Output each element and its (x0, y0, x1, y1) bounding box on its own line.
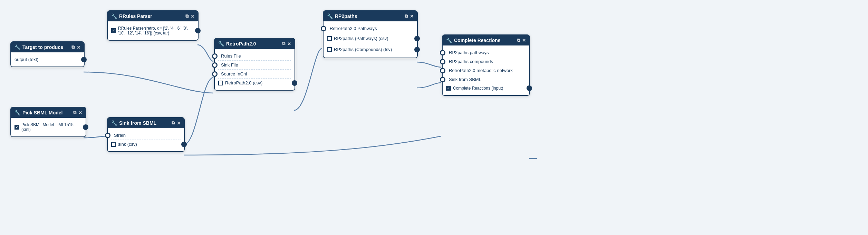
close-button-5[interactable]: ✕ (287, 41, 291, 47)
cr-rp2paths-compounds-label: RP2paths compounds (449, 59, 493, 64)
wrench-icon-5: 🔧 (218, 41, 224, 47)
rules-file-row: Rules File (218, 52, 291, 61)
complete-reactions-title: Complete Reactions (454, 38, 501, 43)
cr-rp2paths-pathways-in-port[interactable] (440, 50, 445, 55)
retropath-out-port[interactable] (292, 80, 297, 86)
pick-sbml-model-node: 🔧 Pick SBML Model ⧉ ✕ Pick SBML Model - … (10, 107, 86, 137)
sink-from-sbml-header: 🔧 Sink from SBML ⧉ ✕ (108, 118, 184, 128)
rp2paths-pathways-out-row: RP2paths (Pathways) (csv) (327, 33, 414, 44)
rrules-parser-node: 🔧 RRules Parser ⧉ ✕ RRules Parser(retro,… (107, 10, 199, 41)
close-button-6[interactable]: ✕ (410, 14, 414, 19)
rp2paths-pathways-checkbox[interactable] (327, 36, 332, 41)
cr-out-port[interactable] (527, 85, 532, 91)
rrules-parser-title: RRules Parser (119, 13, 152, 19)
cr-retropath-metabolic-label: RetroPath2.0 metabolic network (449, 68, 513, 73)
cr-retropath-metabolic-in-port[interactable] (440, 68, 445, 73)
rp2paths-title: RP2paths (335, 13, 357, 19)
sink-from-sbml-in-row: Sink from SBML (446, 75, 526, 84)
target-to-produce-title: Target to produce (22, 44, 63, 50)
complete-reactions-node: 🔧 Complete Reactions ⧉ ✕ RP2paths pathwa… (442, 34, 530, 96)
sink-csv-checkbox[interactable] (111, 142, 116, 147)
pick-sbml-model-header: 🔧 Pick SBML Model ⧉ ✕ (11, 108, 86, 118)
copy-button-4[interactable]: ⧉ (172, 120, 175, 126)
rules-file-in-port[interactable] (212, 53, 218, 59)
rrules-checkbox[interactable] (111, 28, 116, 33)
rrules-parser-body: RRules Parser(retro, d= ['2', '4', '6', … (108, 21, 198, 40)
wrench-icon-2: 🔧 (15, 110, 20, 115)
cr-sink-from-sbml-in-port[interactable] (440, 77, 445, 82)
copy-button-6[interactable]: ⧉ (405, 13, 408, 19)
close-button-4[interactable]: ✕ (177, 121, 181, 126)
sink-file-label: Sink File (221, 62, 238, 68)
strain-row: Strain (111, 131, 181, 140)
sink-csv-out-port[interactable] (181, 142, 187, 147)
rp2paths-pathways-in2-row: RP2paths pathways (446, 48, 526, 57)
target-to-produce-header: 🔧 Target to produce ⧉ ✕ (11, 42, 84, 52)
retropath-body: Rules File Sink File Source InChI RetroP… (215, 49, 295, 90)
workflow-canvas: 🔧 Target to produce ⧉ ✕ output (text) 🔧 … (0, 0, 868, 235)
close-button-7[interactable]: ✕ (522, 38, 526, 43)
rp2paths-compounds-label: RP2paths (Compounds) (tsv) (334, 47, 392, 52)
rp2paths-header: 🔧 RP2paths ⧉ ✕ (324, 11, 417, 21)
complete-reactions-input-row: Complete Reactions (input) (446, 84, 526, 92)
cr-complete-reactions-checkbox[interactable] (446, 86, 451, 91)
output-port[interactable] (81, 57, 87, 62)
retropath-title: RetroPath2.0 (226, 41, 256, 47)
close-button-2[interactable]: ✕ (78, 110, 82, 115)
output-text-row: output (text) (15, 55, 80, 64)
source-inchi-row: Source InChI (218, 70, 291, 79)
copy-button-2[interactable]: ⧉ (73, 110, 76, 115)
sink-from-sbml-body: Strain sink (csv) (108, 128, 184, 151)
rp2paths-pathways-out-port[interactable] (414, 36, 420, 41)
pick-sbml-checkbox[interactable] (15, 125, 19, 130)
wrench-icon-6: 🔧 (327, 13, 333, 19)
cr-rp2paths-compounds-in-port[interactable] (440, 59, 445, 64)
cr-complete-reactions-label: Complete Reactions (input) (453, 86, 503, 91)
target-to-produce-node: 🔧 Target to produce ⧉ ✕ output (text) (10, 41, 85, 67)
close-button[interactable]: ✕ (77, 45, 80, 50)
rp2paths-compounds-checkbox[interactable] (327, 47, 332, 52)
rules-file-label: Rules File (221, 53, 241, 59)
cr-rp2paths-pathways-label: RP2paths pathways (449, 50, 489, 55)
complete-reactions-body: RP2paths pathways RP2paths compounds Ret… (443, 45, 529, 95)
retropath-header: 🔧 RetroPath2.0 ⧉ ✕ (215, 39, 295, 49)
copy-button-7[interactable]: ⧉ (517, 38, 520, 43)
retropath-csv-checkbox[interactable] (218, 81, 223, 85)
wrench-icon-7: 🔧 (446, 38, 452, 43)
complete-reactions-header: 🔧 Complete Reactions ⧉ ✕ (443, 35, 529, 45)
copy-button[interactable]: ⧉ (71, 44, 75, 50)
rp2paths-body: RetroPath2.0 Pathways RP2paths (Pathways… (324, 21, 417, 58)
retropath-node: 🔧 RetroPath2.0 ⧉ ✕ Rules File Sink File … (214, 38, 295, 91)
rp2paths-pathways-csv-label: RP2paths (Pathways) (csv) (334, 36, 388, 41)
pick-sbml-out-port[interactable] (83, 124, 88, 130)
rp2paths-in-port[interactable] (321, 26, 326, 31)
source-inchi-in-port[interactable] (212, 71, 218, 77)
wrench-icon: 🔧 (15, 44, 20, 50)
retropath-metabolic-row: RetroPath2.0 metabolic network (446, 66, 526, 75)
sink-from-sbml-node: 🔧 Sink from SBML ⧉ ✕ Strain sink (csv) (107, 117, 185, 152)
pick-sbml-label: Pick SBML Model - iML1515 (xml) (21, 122, 82, 132)
rp2paths-pathways-in-label: RetroPath2.0 Pathways (330, 26, 377, 31)
sink-csv-row: sink (csv) (111, 140, 181, 149)
target-to-produce-body: output (text) (11, 52, 84, 67)
strain-in-port[interactable] (105, 133, 110, 138)
rrules-parser-header: 🔧 RRules Parser ⧉ ✕ (108, 11, 198, 21)
retropath-csv-row: RetroPath2.0 (csv) (218, 79, 291, 87)
close-button-3[interactable]: ✕ (191, 14, 194, 19)
sink-file-in-port[interactable] (212, 62, 218, 68)
strain-label: Strain (114, 133, 126, 138)
rrules-checked-row: RRules Parser(retro, d= ['2', '4', '6', … (111, 24, 194, 37)
rrules-out-port[interactable] (195, 28, 201, 33)
copy-button-3[interactable]: ⧉ (185, 13, 189, 19)
pick-sbml-checked-row: Pick SBML Model - iML1515 (xml) (15, 121, 82, 134)
copy-button-5[interactable]: ⧉ (282, 41, 285, 47)
cr-sink-from-sbml-label: Sink from SBML (449, 77, 481, 82)
sink-file-row: Sink File (218, 61, 291, 70)
retropath-csv-label: RetroPath2.0 (csv) (225, 80, 262, 85)
rp2paths-compounds-in-row: RP2paths compounds (446, 57, 526, 66)
rp2paths-pathways-in-row: RetroPath2.0 Pathways (327, 24, 414, 33)
source-inchi-label: Source InChI (221, 71, 247, 76)
rp2paths-compounds-out-port[interactable] (414, 47, 420, 52)
rp2paths-node: 🔧 RP2paths ⧉ ✕ RetroPath2.0 Pathways RP2… (323, 10, 418, 58)
wrench-icon-4: 🔧 (111, 120, 117, 126)
